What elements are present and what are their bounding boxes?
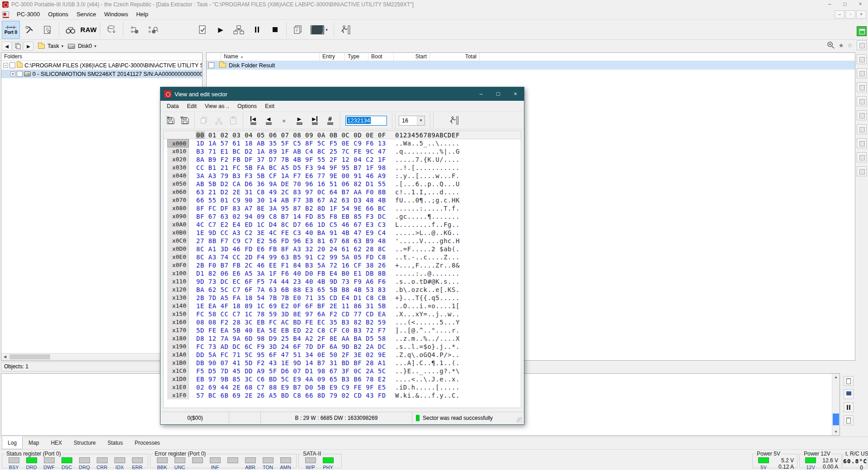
menu-item[interactable]: PC-3000 [13, 9, 44, 19]
task-selector[interactable]: Task [47, 43, 59, 49]
hex-row[interactable]: x0A0 4C C7 E2 E4 ED 1C D4 8C D7 66 1D C5… [164, 221, 521, 229]
chevron-down-icon[interactable]: ▾ [61, 44, 64, 48]
hex-row-bytes[interactable]: 4C C7 E2 E4 ED 1C D4 8C D7 66 1D C5 46 6… [196, 221, 386, 229]
side-tool-icon[interactable] [857, 54, 867, 64]
hex-row[interactable]: x130 2B 7D A5 FA 18 54 7B 7B E0 71 35 CD… [164, 294, 521, 302]
hex-row-ascii[interactable]: '.....V....ghc.H [395, 237, 460, 245]
hex-row-ascii[interactable]: :.y..[....w...F. [395, 172, 460, 180]
hex-row-address[interactable]: x010 [167, 147, 189, 155]
hex-row-address[interactable]: x050 [167, 180, 189, 188]
hex-row-address[interactable]: x000 [167, 139, 189, 147]
hex-row-bytes[interactable]: CC B1 21 FC 5B FA BC A5 D5 F3 94 9F 95 B… [196, 164, 386, 172]
hex-row-address[interactable]: x1E0 [167, 383, 189, 391]
previous-sector-button[interactable]: ◀ [261, 114, 276, 127]
hex-row-ascii[interactable]: L........f..Fg.. [395, 221, 460, 229]
hex-row-address[interactable]: x150 [167, 310, 189, 318]
forward-button[interactable]: ▶ [24, 42, 33, 51]
hex-row[interactable]: x1B0 DB 90 07 41 5D F2 43 1E 9D 14 B7 31… [164, 359, 521, 367]
column-header-total[interactable]: Total [430, 53, 480, 61]
hex-row-ascii[interactable]: +...,F....Zr..8& [395, 261, 460, 269]
hex-row-ascii[interactable]: .s..o.tD#@K.s... [395, 277, 460, 286]
hex-row[interactable]: x020 8A B9 F2 FB DF 37 D7 7B 4B 9F 55 2F… [164, 155, 521, 164]
hex-row-address[interactable]: x190 [167, 343, 189, 351]
hex-row-ascii[interactable]: .Z.q\.oGQ4.P/>.. [395, 351, 460, 359]
raw-recovery-button[interactable]: RAW [80, 21, 97, 39]
hex-row-ascii[interactable]: ..t.-..c....Z... [395, 253, 460, 261]
tab[interactable]: Processes [129, 437, 166, 449]
hex-row-address[interactable]: x1C0 [167, 367, 189, 375]
pause-button[interactable] [248, 21, 265, 39]
hex-row-bytes[interactable]: DB 90 07 41 5D F2 43 1E 9D 14 B7 31 BD B… [196, 359, 386, 367]
chevron-down-icon[interactable]: ▾ [94, 44, 97, 48]
hex-row-bytes[interactable]: 5D FE EA 5B 40 EA 5E EB ED 22 C8 CF C0 B… [196, 326, 386, 334]
hex-row-bytes[interactable]: 1E EA 4F 18 89 1C 69 E2 0F 6F BF 2E 11 8… [196, 302, 386, 310]
hex-row[interactable]: x100 D1 82 06 E6 A5 3A 1F F6 40 D0 FB E4… [164, 269, 521, 277]
hex-row-ascii[interactable]: .X...xY=..j..w.. [395, 310, 460, 318]
hex-row-address[interactable]: x060 [167, 188, 189, 196]
hex-row-bytes[interactable]: B3 71 E1 BC D2 1A 89 1F AB C4 8C 25 7C F… [196, 147, 386, 155]
search-button[interactable] [62, 21, 79, 39]
hex-row-ascii[interactable]: .gc.....¶....... [395, 212, 460, 221]
hex-row-bytes[interactable]: 8F FC DF 83 A7 8E 3A 95 87 B2 8D 1F 54 9… [196, 204, 386, 212]
menu-item[interactable]: Service [72, 9, 100, 19]
hex-row-bytes[interactable]: D1 82 06 E6 A5 3A 1F F6 40 D0 FB E4 B0 E… [196, 269, 386, 277]
hex-rows[interactable]: x000 1D 1A 57 61 18 AB 35 5F C5 8F 5C F5… [164, 139, 521, 400]
hex-row-address[interactable]: x1B0 [167, 359, 189, 367]
tab[interactable]: Map [23, 437, 45, 449]
hex-row[interactable]: x0F0 2B F0 B7 FB 2C 46 EE F1 84 B3 5A 72… [164, 261, 521, 269]
hex-row-ascii[interactable]: ....<..\.J.e..x. [395, 375, 460, 383]
hex-row[interactable]: x0B0 1E 9D CC A3 C2 3E 4C FE C3 40 BA 91… [164, 229, 521, 237]
hex-row-ascii[interactable]: .....>L..@..KG.. [395, 229, 460, 237]
hex-row[interactable]: x170 5D FE EA 5B 40 EA 5E EB ED 22 C8 CF… [164, 326, 521, 334]
side-tool-icon[interactable] [857, 166, 867, 176]
menu-item[interactable]: Options [44, 9, 72, 19]
hex-row-bytes[interactable]: BF 67 63 02 94 09 C8 B7 14 FD 85 F8 EB 8… [196, 212, 386, 221]
hex-row-ascii[interactable]: ...A].C..¶.1..(. [395, 359, 460, 367]
hex-view[interactable]: 00 01 02 03 04 05 06 07 08 09 0A 0B 0C 0… [163, 131, 521, 408]
cut-button[interactable] [212, 114, 226, 127]
hex-row-ascii[interactable]: ..O...i.¤o....1[ [395, 302, 460, 310]
save-log-button[interactable] [844, 389, 854, 399]
hex-row-bytes[interactable]: FC 58 CC C7 1C 78 59 3D 8E 97 6A F2 CD 7… [196, 310, 386, 318]
hex-row-address[interactable]: x0F0 [167, 261, 189, 269]
stop-button[interactable] [266, 21, 283, 39]
hex-row-ascii[interactable]: ..}E.._....g?.*\ [395, 367, 460, 375]
favorites-icon[interactable]: ★ [839, 42, 844, 49]
hex-row-ascii[interactable]: ..z.m..%../....X [395, 334, 460, 343]
dialog-menu-item[interactable]: View as .. [201, 101, 233, 112]
scroll-up-icon[interactable]: ▲ [832, 374, 840, 381]
hex-row[interactable]: x010 B3 71 E1 BC D2 1A 89 1F AB C4 8C 25… [164, 147, 521, 155]
hex-row[interactable]: x180 D8 12 7A 9A 6D 98 D9 25 B4 A2 2F 8E… [164, 334, 521, 343]
column-header-entry[interactable]: Entry [320, 53, 345, 61]
hex-row[interactable]: x1E0 02 69 44 2E 68 C7 88 E9 B7 D0 5B E9… [164, 383, 521, 391]
hex-row-address[interactable]: x100 [167, 269, 189, 277]
hex-row[interactable]: x0E0 8C A3 74 CC 2D F4 99 63 B5 91 C2 99… [164, 253, 521, 261]
hex-row[interactable]: x070 66 55 01 C9 90 30 14 AB F7 3B 67 A2… [164, 196, 521, 204]
hex-row-bytes[interactable]: BA 62 5C C7 6F 7A 63 6B 88 E3 65 5B B8 4… [196, 286, 386, 294]
hex-row[interactable]: x1A0 DD 5A FC 71 5C 95 6F 47 51 34 0E 50… [164, 351, 521, 359]
search-icon[interactable] [827, 41, 835, 49]
hex-row-bytes[interactable]: D8 12 7A 9A 6D 98 D9 25 B4 A2 2F 8E AA B… [196, 334, 386, 343]
hex-row-address[interactable]: x1A0 [167, 351, 189, 359]
hex-row-ascii[interactable]: c!..1.I,...d.... [395, 188, 460, 196]
hex-row-bytes[interactable]: 8C A3 74 CC 2D F4 99 63 B5 91 C2 99 5A 0… [196, 253, 386, 261]
tab[interactable]: Status [102, 437, 129, 449]
hex-row-bytes[interactable]: 8A B9 F2 FB DF 37 D7 7B 4B 9F 55 2F 12 0… [196, 155, 386, 164]
test-script-button[interactable] [194, 21, 211, 39]
next-sector-button[interactable]: ▶ [292, 114, 307, 127]
hex-row-bytes[interactable]: 9D 73 DC EC 6F F5 74 44 23 40 4B 9D 73 F… [196, 277, 386, 286]
side-tool-icon[interactable] [857, 124, 867, 134]
scrollbar-thumb[interactable] [9, 354, 50, 359]
tab[interactable]: Structure [68, 437, 102, 449]
hex-row-bytes[interactable]: 1D 1A 57 61 18 AB 35 5F C5 8F 5C F5 0E C… [196, 139, 386, 147]
scrollbar-thumb[interactable] [833, 414, 839, 425]
hex-row-bytes[interactable]: AB 5B D2 CA D6 36 9A DE 70 96 16 51 06 8… [196, 180, 386, 188]
report-button[interactable] [844, 376, 854, 386]
pc3000-icon[interactable] [2, 11, 9, 17]
hex-row-address[interactable]: x020 [167, 155, 189, 164]
hex-row-bytes[interactable]: 8C A1 3D 46 FD E6 FB 8F A3 32 20 24 61 6… [196, 245, 386, 253]
dialog-titlebar[interactable]: View and edit sector – □ × [160, 87, 524, 101]
tab[interactable]: HEX [45, 437, 68, 449]
hex-row-bytes[interactable]: F5 D5 7D 45 DD A9 5F D6 07 D1 98 67 3F 0… [196, 367, 386, 375]
side-tool-icon[interactable] [857, 96, 867, 106]
